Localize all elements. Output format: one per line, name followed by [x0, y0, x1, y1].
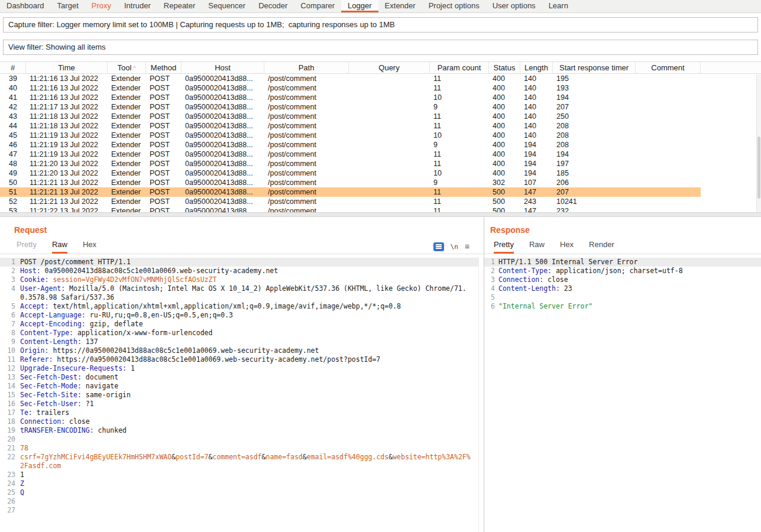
table-row[interactable]: 4811:21:20 13 Jul 2022ExtenderPOST0a9500… [0, 159, 761, 168]
tab-extender[interactable]: Extender [378, 0, 422, 12]
table-row[interactable]: 4111:21:16 13 Jul 2022ExtenderPOST0a9500… [0, 93, 761, 102]
line-number: 2 [484, 267, 498, 275]
line-number: 7 [0, 320, 20, 329]
column-header-length[interactable]: Length [520, 62, 553, 73]
table-row-selected[interactable]: 5111:21:21 13 Jul 2022ExtenderPOST0a9500… [0, 187, 761, 197]
line-content: Referer: https://0a9500020413d88ac08c5c1… [20, 355, 478, 364]
cell: 400 [489, 140, 520, 150]
column-header-filler [701, 62, 761, 73]
capture-filter-bar[interactable]: Capture filter: Logger memory limit set … [3, 17, 758, 33]
line-content [20, 435, 478, 444]
response-title: Response [490, 225, 761, 235]
cell: 11:21:18 13 Jul 2022 [26, 112, 108, 121]
cell: Extender [108, 178, 146, 187]
column-header-path[interactable]: Path [264, 62, 349, 73]
column-header-start-response-timer[interactable]: Start response timer [553, 62, 636, 73]
line-content: Cookie: session=VgFWy4D2vMfON7vMNMhjQlSc… [20, 275, 478, 284]
column-header-method[interactable]: Method [146, 62, 182, 73]
column-header-comment[interactable]: Comment [636, 62, 701, 73]
response-editor[interactable]: 1HTTP/1.1 500 Internal Server Error2Cont… [484, 258, 761, 532]
tab-sequencer[interactable]: Sequencer [202, 0, 252, 12]
table-row[interactable]: 4411:21:18 13 Jul 2022ExtenderPOST0a9500… [0, 121, 761, 131]
tab-hex[interactable]: Hex [83, 240, 96, 254]
column-header-num[interactable]: # [0, 62, 26, 73]
column-header-query[interactable]: Query [349, 62, 430, 73]
table-row[interactable]: 4311:21:18 13 Jul 2022ExtenderPOST0a9500… [0, 112, 761, 121]
cell: /post/comment [264, 178, 349, 187]
table-row[interactable]: 4911:21:20 13 Jul 2022ExtenderPOST0a9500… [0, 168, 761, 178]
cell [349, 93, 430, 102]
cell: 207 [553, 187, 636, 197]
tab-dashboard[interactable]: Dashboard [0, 0, 51, 12]
tab-raw[interactable]: Raw [529, 240, 545, 254]
cell [636, 112, 701, 121]
table-row[interactable]: 5011:21:21 13 Jul 2022ExtenderPOST0a9500… [0, 178, 761, 187]
cell: 11:21:19 13 Jul 2022 [26, 140, 108, 150]
table-row[interactable]: 4011:21:16 13 Jul 2022ExtenderPOST0a9500… [0, 83, 761, 93]
tab-learn[interactable]: Learn [542, 0, 575, 12]
table-row[interactable]: 3911:21:16 13 Jul 2022ExtenderPOST0a9500… [0, 74, 761, 83]
cell: 0a9500020413d88... [182, 197, 264, 206]
cell: /post/comment [264, 168, 349, 178]
editor-line: 12Upgrade-Insecure-Requests: 1 [0, 364, 478, 373]
cell: POST [146, 112, 182, 121]
scrollbar-thumb[interactable] [757, 137, 760, 199]
tab-hex[interactable]: Hex [560, 240, 574, 254]
tab-intruder[interactable]: Intruder [118, 0, 157, 12]
line-content [20, 497, 478, 506]
line-number: 6 [484, 302, 498, 311]
table-row[interactable]: 4511:21:19 13 Jul 2022ExtenderPOST0a9500… [0, 131, 761, 140]
column-header-host[interactable]: Host [182, 62, 264, 73]
inspector-icon[interactable] [433, 242, 444, 251]
editor-line: 2Content-Type: application/json; charset… [484, 267, 761, 275]
capture-filter-text: Capture filter: Logger memory limit set … [8, 20, 395, 29]
cell: 0a9500020413d88... [182, 131, 264, 140]
table-vertical-scrollbar[interactable] [756, 74, 761, 212]
horizontal-splitter[interactable] [0, 212, 761, 217]
table-row[interactable]: 4211:21:17 13 Jul 2022ExtenderPOST0a9500… [0, 102, 761, 112]
column-header-param-count[interactable]: Param count [430, 62, 489, 73]
line-number: 15 [0, 391, 20, 400]
newline-toggle-button[interactable]: \n [451, 243, 458, 251]
table-row[interactable]: 5311:21:22 13 Jul 2022ExtenderPOST0a9500… [0, 206, 761, 212]
tab-proxy[interactable]: Proxy [85, 0, 118, 12]
tab-pretty[interactable]: Pretty [17, 240, 37, 254]
tab-comparer[interactable]: Comparer [294, 0, 341, 12]
line-content: Z [20, 479, 478, 488]
cell: 44 [0, 121, 26, 131]
column-header-tool[interactable]: Tool^ [108, 62, 146, 73]
tab-user-options[interactable]: User options [486, 0, 542, 12]
cell: 500 [489, 197, 520, 206]
tab-repeater[interactable]: Repeater [157, 0, 202, 12]
tab-pretty[interactable]: Pretty [494, 240, 514, 254]
tab-render[interactable]: Render [589, 240, 614, 254]
log-table-header: #TimeTool^MethodHostPathQueryParam count… [0, 61, 761, 74]
column-header-time[interactable]: Time [26, 62, 108, 73]
request-title: Request [14, 225, 484, 235]
response-tabs-row: PrettyRawHexRender [484, 240, 761, 254]
tab-logger[interactable]: Logger [341, 0, 378, 12]
table-row[interactable]: 4611:21:19 13 Jul 2022ExtenderPOST0a9500… [0, 140, 761, 150]
table-row[interactable]: 4711:21:19 13 Jul 2022ExtenderPOST0a9500… [0, 150, 761, 159]
editor-menu-icon[interactable]: ≡ [465, 242, 469, 251]
cell: 206 [553, 178, 636, 187]
cell [636, 83, 701, 93]
cell: 400 [489, 83, 520, 93]
cell: 0a9500020413d88... [182, 74, 264, 83]
tab-project-options[interactable]: Project options [422, 0, 486, 12]
request-editor[interactable]: 1POST /post/comment HTTP/1.12Host: 0a950… [0, 258, 479, 532]
tab-decoder[interactable]: Decoder [252, 0, 294, 12]
line-content: Upgrade-Insecure-Requests: 1 [20, 364, 478, 373]
line-content: Host: 0a9500020413d88ac08c5c1e001a0069.w… [20, 267, 478, 275]
cell: 45 [0, 131, 26, 140]
table-row[interactable]: 5211:21:21 13 Jul 2022ExtenderPOST0a9500… [0, 197, 761, 206]
sort-asc-icon: ^ [133, 65, 135, 71]
cell-filler [701, 187, 761, 197]
cell: POST [146, 168, 182, 178]
view-filter-bar[interactable]: View filter: Showing all items [3, 40, 758, 55]
cell: /post/comment [264, 121, 349, 131]
tab-target[interactable]: Target [51, 0, 85, 12]
column-header-status[interactable]: Status [489, 62, 520, 73]
cell: 140 [520, 131, 553, 140]
tab-raw[interactable]: Raw [52, 240, 67, 254]
